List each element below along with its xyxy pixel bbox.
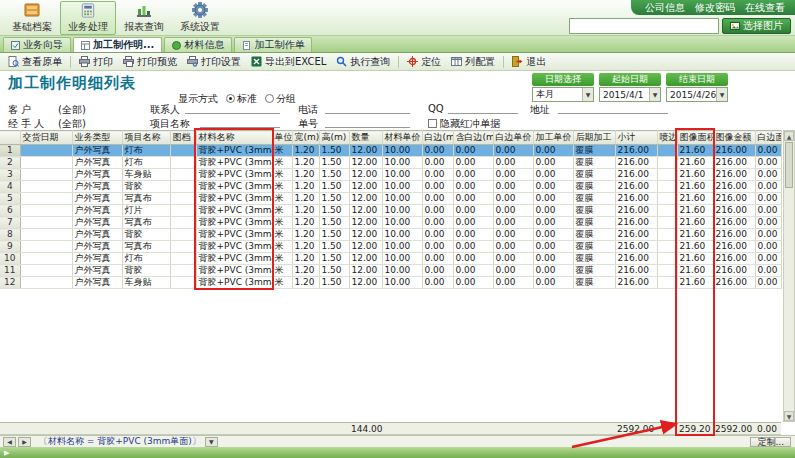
cell[interactable]: 0.00: [493, 229, 533, 241]
cell[interactable]: 216.00: [713, 169, 755, 181]
cell[interactable]: 216.00: [615, 145, 657, 157]
cell[interactable]: 米: [272, 229, 292, 241]
cell[interactable]: 0.00: [755, 205, 781, 217]
cell[interactable]: 户外写真: [72, 265, 122, 277]
pick-image-button[interactable]: 选择图片: [722, 18, 791, 34]
cell[interactable]: 0.00: [453, 193, 493, 205]
cell[interactable]: 背胶+PVC (3mm单面): [196, 265, 272, 277]
cell[interactable]: 1.50: [319, 145, 349, 157]
cell[interactable]: 21.60: [677, 205, 713, 217]
qq-input[interactable]: [448, 103, 518, 114]
cell[interactable]: 216.00: [713, 205, 755, 217]
image-search-input[interactable]: [569, 18, 719, 34]
cell[interactable]: 0.00: [493, 193, 533, 205]
nav-report-query[interactable]: 报表查询: [116, 1, 172, 35]
cell[interactable]: 覆膜: [573, 193, 615, 205]
cell[interactable]: 10.00: [382, 277, 422, 289]
cell[interactable]: [170, 169, 196, 181]
cell[interactable]: 米: [272, 193, 292, 205]
cell[interactable]: 覆膜: [573, 217, 615, 229]
filter-dropdown-icon[interactable]: ▼: [205, 437, 218, 447]
print-setup-button[interactable]: 打印设置: [182, 54, 246, 70]
cell[interactable]: 0.00: [755, 265, 781, 277]
cell[interactable]: 0.00: [755, 253, 781, 265]
cell[interactable]: 10.00: [382, 145, 422, 157]
cell[interactable]: 0.00: [453, 157, 493, 169]
cell[interactable]: 0.00: [493, 217, 533, 229]
cell[interactable]: 12.00: [349, 205, 382, 217]
cell[interactable]: [170, 277, 196, 289]
cell[interactable]: 216.00: [713, 145, 755, 157]
cell[interactable]: 车身贴: [122, 277, 170, 289]
table-row[interactable]: 5户外写真写真布背胶+PVC (3mm单面)米1.201.5012.0010.0…: [0, 193, 781, 205]
cell[interactable]: 0.00: [493, 277, 533, 289]
cell[interactable]: 21.60: [677, 181, 713, 193]
cell[interactable]: 12.00: [349, 253, 382, 265]
cell[interactable]: 0.00: [493, 145, 533, 157]
cell[interactable]: 1.50: [319, 277, 349, 289]
column-header[interactable]: 材料单价: [382, 131, 422, 145]
cell[interactable]: [657, 169, 677, 181]
column-header[interactable]: 数量: [349, 131, 382, 145]
cell[interactable]: 10.00: [382, 265, 422, 277]
cell[interactable]: 216.00: [615, 265, 657, 277]
cell[interactable]: 0.00: [422, 145, 453, 157]
cell[interactable]: 0.00: [453, 181, 493, 193]
cell[interactable]: 户外写真: [72, 241, 122, 253]
cell[interactable]: 背胶+PVC (3mm单面): [196, 205, 272, 217]
cell[interactable]: 0.00: [422, 193, 453, 205]
cell[interactable]: [20, 229, 72, 241]
cell[interactable]: 12.00: [349, 181, 382, 193]
cell[interactable]: [170, 205, 196, 217]
cell[interactable]: 1.20: [292, 193, 319, 205]
column-header[interactable]: 单位: [272, 131, 292, 145]
cell[interactable]: 0.00: [422, 229, 453, 241]
cell[interactable]: 米: [272, 217, 292, 229]
cell[interactable]: [170, 241, 196, 253]
view-original-button[interactable]: 查看原单: [3, 54, 67, 70]
cell[interactable]: 背胶: [122, 265, 170, 277]
cell[interactable]: [20, 205, 72, 217]
cell[interactable]: [170, 229, 196, 241]
cell[interactable]: 1.20: [292, 229, 319, 241]
cell[interactable]: 10.00: [382, 169, 422, 181]
cell[interactable]: 户外写真: [72, 145, 122, 157]
cell[interactable]: 0.00: [755, 241, 781, 253]
cell[interactable]: 灯布: [122, 157, 170, 169]
cell[interactable]: 户外写真: [72, 181, 122, 193]
cell[interactable]: 10.00: [382, 217, 422, 229]
cell[interactable]: 0.00: [533, 253, 573, 265]
cell[interactable]: 0.00: [533, 217, 573, 229]
cell[interactable]: [170, 157, 196, 169]
cell[interactable]: 0.00: [453, 217, 493, 229]
cell[interactable]: 背胶+PVC (3mm单面): [196, 181, 272, 193]
cell[interactable]: 0.00: [453, 229, 493, 241]
cell[interactable]: 背胶: [122, 181, 170, 193]
cell[interactable]: 1.50: [319, 241, 349, 253]
nav-business-processing[interactable]: 业务处理: [60, 1, 116, 35]
cell[interactable]: 10.00: [382, 253, 422, 265]
cell[interactable]: 21.60: [677, 145, 713, 157]
cell[interactable]: 0.00: [453, 145, 493, 157]
scroll-up-icon[interactable]: ▲: [784, 131, 794, 141]
cell[interactable]: 216.00: [615, 229, 657, 241]
cell[interactable]: [170, 193, 196, 205]
cell[interactable]: 10.00: [382, 193, 422, 205]
cell[interactable]: 216.00: [615, 253, 657, 265]
row-number-header[interactable]: [0, 131, 20, 145]
cell[interactable]: 米: [272, 277, 292, 289]
cell[interactable]: 0.00: [422, 181, 453, 193]
next-record-button[interactable]: ▶: [18, 437, 31, 447]
cell[interactable]: 12.00: [349, 145, 382, 157]
table-row[interactable]: 2户外写真灯布背胶+PVC (3mm单面)米1.201.5012.0010.00…: [0, 157, 781, 169]
cell[interactable]: 216.00: [615, 181, 657, 193]
column-header[interactable]: 后期加工: [573, 131, 615, 145]
scroll-down-icon[interactable]: ▼: [784, 411, 794, 421]
cell[interactable]: 户外写真: [72, 193, 122, 205]
vertical-scrollbar[interactable]: ▲ ▼: [783, 130, 795, 422]
cell[interactable]: 0.00: [422, 241, 453, 253]
cell[interactable]: 21.60: [677, 277, 713, 289]
start-date-picker[interactable]: 2015/4/1▼: [599, 87, 661, 102]
cell[interactable]: 0.00: [422, 253, 453, 265]
column-header[interactable]: 白边(m): [422, 131, 453, 145]
